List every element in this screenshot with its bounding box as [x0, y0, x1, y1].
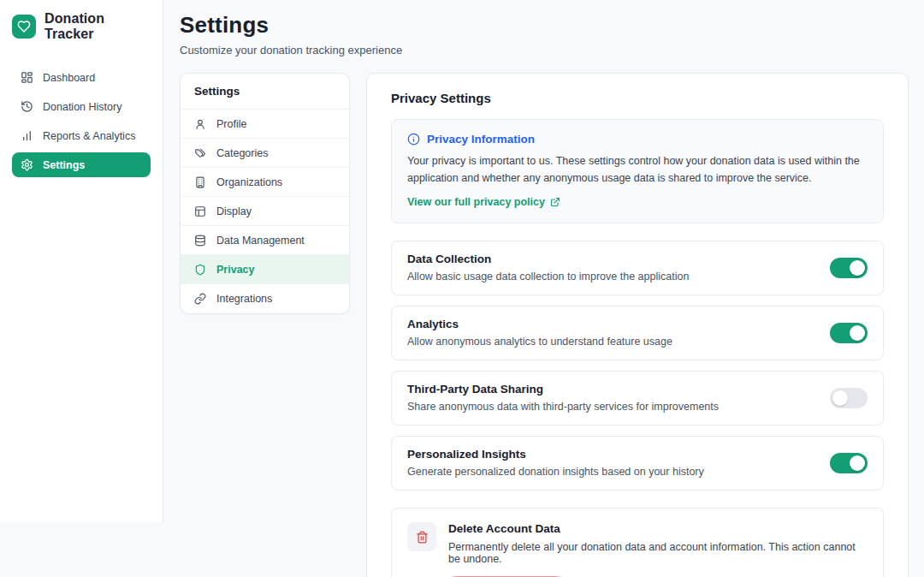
analytics-toggle[interactable] — [830, 323, 868, 343]
bar-chart-icon — [21, 129, 33, 142]
setting-row-third-party-sharing: Third-Party Data Sharing Share anonymous… — [391, 371, 884, 425]
toggle-knob — [850, 455, 865, 471]
setting-title: Personalized Insights — [407, 448, 704, 461]
trash-icon — [416, 531, 429, 544]
sidebar-item-dashboard[interactable]: Dashboard — [12, 65, 151, 90]
privacy-settings-panel: Privacy Settings Privacy Information You… — [366, 73, 909, 577]
privacy-policy-link[interactable]: View our full privacy policy — [407, 196, 560, 208]
setting-texts: Analytics Allow anonymous analytics to u… — [407, 318, 686, 348]
setting-row-personalized-insights: Personalized Insights Generate personali… — [391, 436, 884, 491]
settings-nav-label: Categories — [216, 147, 268, 159]
settings-nav-item-categories[interactable]: Categories — [181, 139, 349, 168]
sidebar-item-settings[interactable]: Settings — [12, 152, 151, 177]
setting-title: Analytics — [407, 318, 672, 330]
sidebar-item-label: Reports & Analytics — [43, 130, 135, 142]
app-logo: Donation Tracker — [0, 0, 163, 53]
sidebar-item-reports-analytics[interactable]: Reports & Analytics — [12, 123, 151, 148]
page-subtitle: Customize your donation tracking experie… — [180, 44, 909, 57]
setting-title: Third-Party Data Sharing — [407, 383, 719, 396]
sidebar: Donation Tracker Dashboard Donation Hist… — [0, 0, 163, 522]
settings-nav-label: Integrations — [216, 293, 272, 305]
privacy-info-header: Privacy Information — [407, 133, 868, 146]
dashboard-grid-icon — [21, 71, 33, 84]
delete-account-texts: Delete Account Data Permanently delete a… — [448, 522, 868, 577]
setting-texts: Third-Party Data Sharing Share anonymous… — [407, 383, 732, 413]
setting-title: Data Collection — [407, 253, 689, 265]
building-icon — [194, 176, 206, 188]
settings-nav-label: Profile — [216, 118, 246, 130]
app-title: Donation Tracker — [44, 11, 152, 42]
page-title: Settings — [180, 12, 909, 39]
setting-description: Allow basic usage data collection to imp… — [407, 271, 689, 283]
settings-nav-label: Organizations — [216, 176, 282, 188]
setting-row-analytics: Analytics Allow anonymous analytics to u… — [391, 306, 884, 360]
sidebar-item-label: Donation History — [43, 101, 121, 113]
settings-nav-label: Display — [216, 205, 252, 217]
gear-icon — [21, 158, 33, 171]
privacy-info-body: Your privacy is important to us. These s… — [407, 152, 868, 187]
sidebar-item-label: Dashboard — [43, 72, 95, 84]
toggle-knob — [850, 325, 865, 341]
settings-nav-label: Data Management — [216, 235, 305, 247]
sidebar-item-label: Settings — [43, 159, 85, 171]
settings-nav-item-integrations[interactable]: Integrations — [181, 284, 349, 313]
setting-description: Generate personalized donation insights … — [407, 466, 704, 478]
settings-nav-label: Privacy — [216, 264, 254, 276]
settings-nav-item-display[interactable]: Display — [181, 197, 349, 226]
link-icon — [194, 293, 206, 305]
settings-subnav-title: Settings — [181, 74, 349, 110]
trash-icon-badge — [407, 522, 436, 551]
sidebar-nav: Dashboard Donation History Reports & Ana… — [0, 53, 163, 177]
settings-nav-item-data-management[interactable]: Data Management — [181, 226, 349, 255]
toggle-knob — [850, 260, 865, 276]
toggle-knob — [832, 390, 848, 406]
main-content: Settings Customize your donation trackin… — [163, 0, 924, 577]
info-circle-icon — [407, 133, 420, 146]
privacy-info-box: Privacy Information Your privacy is impo… — [391, 119, 884, 223]
external-link-icon — [550, 197, 560, 207]
personalized-insights-toggle[interactable] — [830, 453, 868, 473]
database-icon — [194, 235, 206, 247]
delete-account-section: Delete Account Data Permanently delete a… — [391, 508, 884, 577]
setting-description: Allow anonymous analytics to understand … — [407, 336, 672, 348]
heart-logo-icon — [12, 15, 36, 39]
settings-nav-item-privacy[interactable]: Privacy — [181, 255, 349, 284]
sidebar-item-donation-history[interactable]: Donation History — [12, 94, 151, 119]
delete-account-title: Delete Account Data — [448, 522, 868, 535]
settings-nav-item-organizations[interactable]: Organizations — [181, 168, 349, 197]
panel-title: Privacy Settings — [391, 91, 884, 105]
settings-subnav: Settings Profile Categories — [180, 73, 350, 314]
shield-icon — [194, 264, 206, 276]
privacy-info-title: Privacy Information — [427, 133, 535, 146]
third-party-sharing-toggle[interactable] — [830, 388, 868, 408]
data-collection-toggle[interactable] — [830, 258, 868, 278]
delete-account-description: Permanently delete all your donation dat… — [448, 541, 868, 565]
privacy-policy-link-label: View our full privacy policy — [407, 196, 545, 208]
setting-texts: Data Collection Allow basic usage data c… — [407, 253, 702, 283]
setting-row-data-collection: Data Collection Allow basic usage data c… — [391, 241, 884, 295]
setting-description: Share anonymous data with third-party se… — [407, 401, 719, 413]
app-window: Donation Tracker Dashboard Donation Hist… — [0, 0, 924, 577]
history-icon — [21, 100, 33, 113]
layout-icon — [194, 205, 206, 217]
settings-layout: Settings Profile Categories — [180, 73, 909, 577]
setting-texts: Personalized Insights Generate personali… — [407, 448, 718, 478]
tags-icon — [194, 147, 206, 159]
settings-nav-item-profile[interactable]: Profile — [181, 110, 349, 139]
user-icon — [194, 118, 206, 130]
